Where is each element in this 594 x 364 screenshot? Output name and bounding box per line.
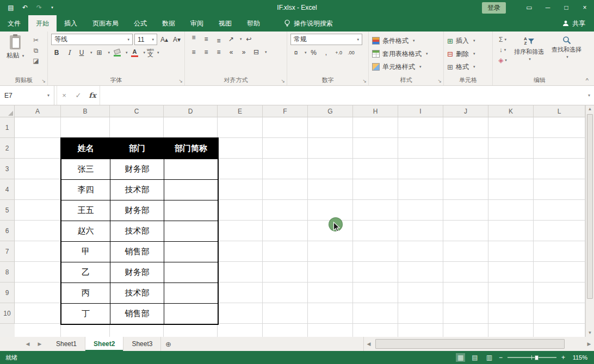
cell-K5[interactable] [488,200,534,221]
new-sheet-button[interactable]: ⊕ [161,337,175,351]
sheet-nav-right-icon[interactable]: ▶ [34,337,46,351]
scroll-down-icon[interactable]: ▼ [586,329,594,337]
cell-J6[interactable] [443,221,488,241]
cell-A9[interactable] [15,283,61,303]
ribbon-tab-review[interactable]: 审阅 [183,15,211,32]
cell-G10[interactable] [308,303,353,324]
comma-style-icon[interactable]: , [321,47,332,58]
close-button[interactable]: × [576,1,594,15]
cell-G7[interactable] [308,241,353,262]
font-dialog-launcher-icon[interactable]: ↘ [178,79,183,84]
fill-color-icon[interactable] [112,49,122,57]
phonetic-guide-icon[interactable]: wén文 [147,48,154,58]
sheet-tab-sheet3[interactable]: Sheet3 [123,337,161,351]
cell-E3[interactable] [218,159,263,179]
align-right-icon[interactable]: ≡ [213,47,224,58]
copy-icon[interactable]: ⧉ [29,46,42,55]
cell-E9[interactable] [218,283,263,303]
cell-H6[interactable] [353,221,398,241]
cell-H1[interactable] [353,117,398,138]
italic-button[interactable]: I [64,47,75,58]
chevron-down-icon[interactable]: ▾ [126,51,128,55]
clipboard-dialog-launcher-icon[interactable]: ↘ [41,79,46,84]
chevron-down-icon[interactable]: ▾ [157,51,159,55]
wrap-text-icon[interactable]: ↩ [244,34,255,45]
cell-L4[interactable] [534,179,585,200]
maximize-button[interactable]: □ [557,1,576,15]
row-header-9[interactable]: 9 [0,283,15,303]
row-header-2[interactable]: 2 [0,138,15,159]
cell-L3[interactable] [534,159,585,179]
tell-me-search[interactable]: 操作说明搜索 [284,15,333,32]
find-select-button[interactable]: 查找和选择 ▾ [549,35,584,65]
table-cell[interactable] [164,283,218,304]
align-center-icon[interactable]: ≡ [201,47,212,58]
cell-F6[interactable] [263,221,308,241]
ribbon-tab-page-layout[interactable]: 页面布局 [85,15,126,32]
cell-E1[interactable] [218,117,263,138]
align-left-icon[interactable]: ≡ [188,47,199,58]
scroll-up-icon[interactable]: ▲ [586,105,594,113]
column-header-A[interactable]: A [15,105,61,117]
cell-G5[interactable] [308,200,353,221]
column-header-B[interactable]: B [61,105,110,117]
cell-E10[interactable] [218,303,263,324]
row-header-1[interactable]: 1 [0,117,15,138]
cell-F9[interactable] [263,283,308,303]
cell-A4[interactable] [15,179,61,200]
clear-icon[interactable]: ◈▾ [496,55,509,65]
zoom-level[interactable]: 115% [570,354,587,361]
table-cell[interactable]: 丙 [61,283,110,304]
column-header-G[interactable]: G [308,105,353,117]
cell-J3[interactable] [443,159,488,179]
cell-H3[interactable] [353,159,398,179]
cell-G11[interactable] [308,324,353,337]
login-button[interactable]: 登录 [482,2,506,14]
increase-font-size-icon[interactable]: A▴ [159,34,170,45]
format-painter-icon[interactable]: ◪ [29,56,42,65]
formula-input[interactable] [100,86,584,105]
save-icon[interactable]: ▤ [4,2,17,14]
undo-icon[interactable]: ↶ [18,2,32,14]
zoom-slider[interactable] [508,354,556,361]
cell-G4[interactable] [308,179,353,200]
increase-decimal-icon[interactable]: +.0 [333,47,344,58]
table-cell[interactable]: 乙 [61,262,110,283]
sheet-tab-sheet2[interactable]: Sheet2 [85,337,123,351]
cell-H5[interactable] [353,200,398,221]
cell-E2[interactable] [218,138,263,159]
autosum-icon[interactable]: Σ▾ [496,35,509,44]
chevron-down-icon[interactable]: ▾ [305,51,307,55]
table-cell[interactable] [164,159,218,180]
cell-H7[interactable] [353,241,398,262]
cell-E11[interactable] [218,324,263,337]
cell-E4[interactable] [218,179,263,200]
cell-A7[interactable] [15,241,61,262]
scroll-left-icon[interactable]: ◀ [364,337,374,351]
column-header-L[interactable]: L [534,105,585,117]
column-header-J[interactable]: J [443,105,488,117]
ribbon-tab-formulas[interactable]: 公式 [126,15,154,32]
format-as-table-button[interactable]: 套用表格格式▾ [372,48,441,59]
qat-customize-icon[interactable]: ▾ [46,2,59,14]
cell-G1[interactable] [308,117,353,138]
chevron-down-icon[interactable]: ▾ [265,50,267,54]
table-cell[interactable]: 丁 [61,304,110,324]
horizontal-scrollbar[interactable]: ◀ ▶ [363,337,594,351]
cell-L11[interactable] [534,324,585,337]
minimize-button[interactable]: ─ [539,1,557,15]
horizontal-scroll-thumb[interactable] [375,339,565,349]
cell-L10[interactable] [534,303,585,324]
merge-center-icon[interactable]: ⊟ [251,47,262,58]
number-dialog-launcher-icon[interactable]: ↘ [362,79,367,84]
chevron-down-icon[interactable]: ▾ [90,51,92,55]
bold-button[interactable]: B [51,47,62,58]
cell-H8[interactable] [353,262,398,283]
cell-K11[interactable] [488,324,534,337]
cell-styles-button[interactable]: 单元格样式▾ [372,61,441,72]
cell-J11[interactable] [443,324,488,337]
cell-J7[interactable] [443,241,488,262]
table-cell[interactable]: 张三 [61,159,110,180]
normal-view-icon[interactable]: ▦ [456,353,465,362]
sort-filter-button[interactable]: AZ 排序和筛选 ▾ [511,35,547,65]
